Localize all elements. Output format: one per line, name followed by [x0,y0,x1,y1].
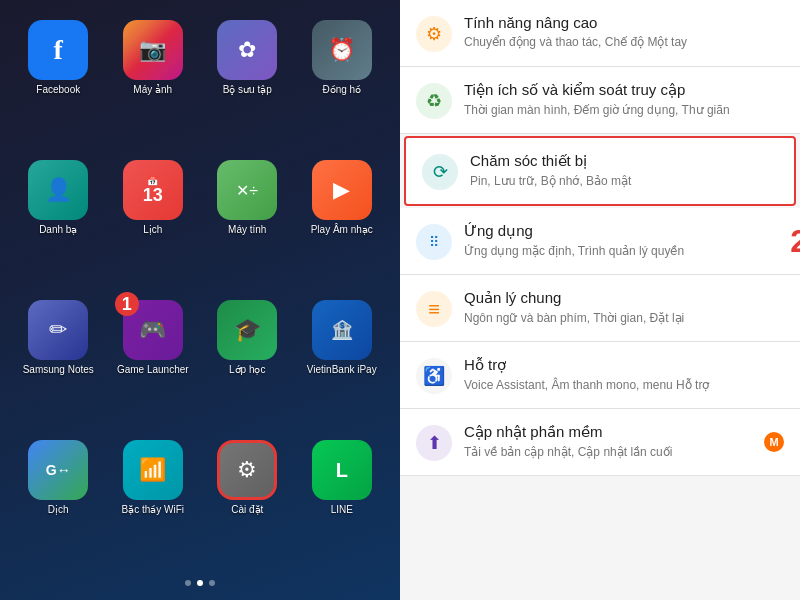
wifi-label: Bặc thầy WiFi [121,504,184,516]
music-icon: ▶ [312,160,372,220]
tien-ich-icon: ♻ [416,83,452,119]
snotes-label: Samsung Notes [23,364,94,376]
settings-item-tinh-nang[interactable]: ⚙ Tính năng nâng cao Chuyển động và thao… [400,0,800,67]
app-clock[interactable]: ⏰ Đồng hồ [299,20,386,152]
classroom-icon: 🎓 [217,300,277,360]
calculator-label: Máy tính [228,224,266,236]
calculator-icon: ✕÷ [217,160,277,220]
phone-screen: f Facebook 📷 Máy ảnh ✿ Bộ sưu tập ⏰ Đồng… [0,0,400,600]
quan-ly-subtitle: Ngôn ngữ và bàn phím, Thời gian, Đặt lại [464,310,784,327]
app-wifi-wizard[interactable]: 📶 Bặc thầy WiFi [110,440,197,572]
contacts-icon: 👤 [28,160,88,220]
tinh-nang-text: Tính năng nâng cao Chuyển động và thao t… [464,14,784,51]
page-dots [185,580,215,586]
tien-ich-text: Tiện ích số và kiểm soát truy cập Thời g… [464,81,784,119]
dot-3 [209,580,215,586]
facebook-label: Facebook [36,84,80,96]
gallery-label: Bộ sưu tập [223,84,272,96]
ung-dung-subtitle: Ứng dụng mặc định, Trình quản lý quyền [464,243,784,260]
contacts-label: Danh bạ [39,224,77,236]
vietinbank-icon: 🏦 [312,300,372,360]
ho-tro-text: Hỗ trợ Voice Assistant, Âm thanh mono, m… [464,356,784,394]
cap-nhat-icon: ⬆ [416,425,452,461]
ung-dung-icon: ⠿ [416,224,452,260]
app-vietinbank[interactable]: 🏦 VietinBank iPay [299,300,386,432]
settings-item-cap-nhat[interactable]: ⬆ Cập nhật phần mềm Tải về bản cập nhật,… [400,409,800,476]
camera-icon: 📷 [123,20,183,80]
cham-soc-text: Chăm sóc thiết bị Pin, Lưu trữ, Bộ nhớ, … [470,152,778,190]
ho-tro-title: Hỗ trợ [464,356,784,374]
clock-label: Đồng hồ [322,84,361,96]
app-facebook[interactable]: f Facebook [15,20,102,152]
tinh-nang-title: Tính năng nâng cao [464,14,784,31]
cap-nhat-title: Cập nhật phần mềm [464,423,756,441]
app-gallery[interactable]: ✿ Bộ sưu tập [204,20,291,152]
app-calculator[interactable]: ✕÷ Máy tính [204,160,291,292]
camera-label: Máy ảnh [133,84,172,96]
settings-panel: ⚙ Tính năng nâng cao Chuyển động và thao… [400,0,800,600]
app-translate[interactable]: G↔ Dịch [15,440,102,572]
settings-icon: ⚙ [217,440,277,500]
settings-label: Cài đặt [231,504,263,516]
app-music[interactable]: ▶ Play Âm nhạc [299,160,386,292]
cham-soc-subtitle: Pin, Lưu trữ, Bộ nhớ, Bảo mật [470,173,778,190]
translate-label: Dịch [48,504,69,516]
ung-dung-text: Ứng dụng Ứng dụng mặc định, Trình quản l… [464,222,784,260]
settings-item-tien-ich[interactable]: ♻ Tiện ích số và kiểm soát truy cập Thời… [400,67,800,134]
app-samsung-notes[interactable]: ✏ Samsung Notes [15,300,102,432]
wifi-icon: 📶 [123,440,183,500]
app-classroom[interactable]: 🎓 Lớp học [204,300,291,432]
ho-tro-subtitle: Voice Assistant, Âm thanh mono, menu Hỗ … [464,377,784,394]
translate-icon: G↔ [28,440,88,500]
dot-2 [197,580,203,586]
quan-ly-title: Quản lý chung [464,289,784,307]
clock-icon: ⏰ [312,20,372,80]
app-calendar[interactable]: 📅 13 Lịch [110,160,197,292]
snotes-icon: ✏ [28,300,88,360]
cap-nhat-badge: M [764,432,784,452]
line-icon: L [312,440,372,500]
tien-ich-title: Tiện ích số và kiểm soát truy cập [464,81,784,99]
tien-ich-subtitle: Thời gian màn hình, Đếm giờ ứng dụng, Th… [464,102,784,119]
game-badge: 1 [115,292,139,316]
settings-item-ho-tro[interactable]: ♿ Hỗ trợ Voice Assistant, Âm thanh mono,… [400,342,800,409]
app-camera[interactable]: 📷 Máy ảnh [110,20,197,152]
step-number-2: 2 [790,223,800,260]
tinh-nang-subtitle: Chuyển động và thao tác, Chế độ Một tay [464,34,784,51]
quan-ly-text: Quản lý chung Ngôn ngữ và bàn phím, Thời… [464,289,784,327]
settings-item-quan-ly[interactable]: ≡ Quản lý chung Ngôn ngữ và bàn phím, Th… [400,275,800,342]
ung-dung-title: Ứng dụng [464,222,784,240]
settings-item-cham-soc[interactable]: ⟳ Chăm sóc thiết bị Pin, Lưu trữ, Bộ nhớ… [404,136,796,206]
dot-1 [185,580,191,586]
music-label: Play Âm nhạc [311,224,373,236]
app-contacts[interactable]: 👤 Danh bạ [15,160,102,292]
classroom-label: Lớp học [229,364,265,376]
app-line[interactable]: L LINE [299,440,386,572]
app-settings[interactable]: ⚙ Cài đặt [204,440,291,572]
cham-soc-title: Chăm sóc thiết bị [470,152,778,170]
line-label: LINE [331,504,353,516]
vietinbank-label: VietinBank iPay [307,364,377,376]
gallery-icon: ✿ [217,20,277,80]
quan-ly-icon: ≡ [416,291,452,327]
app-grid: f Facebook 📷 Máy ảnh ✿ Bộ sưu tập ⏰ Đồng… [15,20,385,572]
facebook-icon: f [28,20,88,80]
app-game-launcher[interactable]: 🎮 1 Game Launcher [110,300,197,432]
settings-item-ung-dung[interactable]: ⠿ Ứng dụng Ứng dụng mặc định, Trình quản… [400,208,800,275]
calendar-label: Lịch [143,224,162,236]
calendar-icon: 📅 13 [123,160,183,220]
tinh-nang-icon: ⚙ [416,16,452,52]
ho-tro-icon: ♿ [416,358,452,394]
game-label: Game Launcher [117,364,189,376]
cap-nhat-subtitle: Tải về bản cập nhật, Cập nhật lần cuối [464,444,756,461]
cap-nhat-text: Cập nhật phần mềm Tải về bản cập nhật, C… [464,423,756,461]
cham-soc-icon: ⟳ [422,154,458,190]
